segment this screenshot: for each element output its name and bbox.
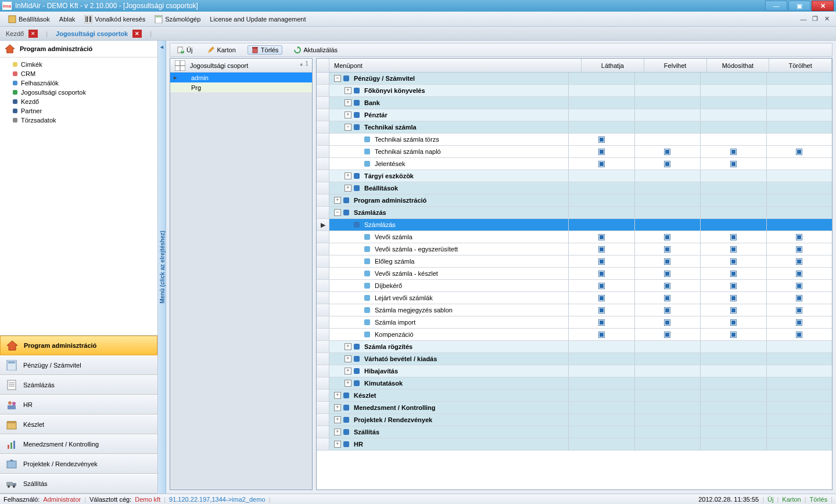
collapse-icon[interactable]: − xyxy=(334,75,341,82)
menu-collapser[interactable]: ◄ Menü (click az elrejtéshez) xyxy=(158,41,166,494)
perm-cell[interactable] xyxy=(569,292,635,304)
rights-row[interactable]: +Pénztár xyxy=(317,109,832,121)
toolbar-delete[interactable]: Törlés xyxy=(247,45,283,55)
rights-row[interactable]: Vevői számla - készlet xyxy=(317,268,832,280)
checkbox-checked-icon[interactable] xyxy=(664,295,670,301)
nav-penzugy[interactable]: Pénzügy / Számvitel xyxy=(0,355,157,375)
rights-row[interactable]: +Program adminisztráció xyxy=(317,195,832,207)
tab-jogosult[interactable]: Jogosultsági csoportok ✕ xyxy=(56,30,142,38)
rights-row[interactable]: Előleg számla xyxy=(317,255,832,268)
perm-cell[interactable] xyxy=(767,85,833,96)
perm-cell[interactable] xyxy=(767,73,833,84)
perm-cell[interactable] xyxy=(635,109,701,121)
perm-cell[interactable] xyxy=(569,255,635,267)
checkbox-checked-icon[interactable] xyxy=(796,307,802,314)
rights-row[interactable]: +Bank xyxy=(317,97,832,109)
checkbox-checked-icon[interactable] xyxy=(598,307,605,314)
expand-icon[interactable]: + xyxy=(334,197,341,204)
perm-cell[interactable] xyxy=(635,304,701,316)
checkbox-checked-icon[interactable] xyxy=(730,234,737,240)
perm-cell[interactable] xyxy=(569,243,635,255)
checkbox-checked-icon[interactable] xyxy=(796,283,802,289)
perm-cell[interactable] xyxy=(767,316,833,328)
perm-cell[interactable] xyxy=(701,255,767,267)
perm-cell[interactable] xyxy=(767,341,833,352)
perm-cell[interactable] xyxy=(569,97,635,109)
checkbox-checked-icon[interactable] xyxy=(796,246,802,253)
perm-cell[interactable] xyxy=(767,231,833,243)
perm-cell[interactable] xyxy=(635,243,701,255)
expand-icon[interactable]: + xyxy=(345,185,351,192)
checkbox-checked-icon[interactable] xyxy=(664,319,670,326)
perm-cell[interactable] xyxy=(767,438,833,450)
checkbox-checked-icon[interactable] xyxy=(730,258,737,265)
rights-row[interactable]: Számla import xyxy=(317,316,832,329)
checkbox-checked-icon[interactable] xyxy=(730,295,737,301)
tree-crm[interactable]: CRM xyxy=(0,69,157,78)
perm-cell[interactable] xyxy=(701,414,767,426)
collapse-icon[interactable]: − xyxy=(334,209,341,216)
toolbar-karton[interactable]: Karton xyxy=(204,46,239,54)
perm-cell[interactable] xyxy=(767,390,833,401)
expand-icon[interactable]: + xyxy=(345,380,351,387)
perm-cell[interactable] xyxy=(767,304,833,316)
perm-cell[interactable] xyxy=(701,353,767,365)
perm-cell[interactable] xyxy=(701,97,767,109)
perm-cell[interactable] xyxy=(767,158,833,170)
checkbox-checked-icon[interactable] xyxy=(664,149,670,155)
perm-cell[interactable] xyxy=(767,329,833,340)
checkbox-checked-icon[interactable] xyxy=(730,246,737,253)
perm-cell[interactable] xyxy=(767,365,833,377)
group-row-prg[interactable]: Prg xyxy=(170,82,312,92)
perm-cell[interactable] xyxy=(767,207,833,218)
perm-cell[interactable] xyxy=(767,243,833,255)
perm-cell[interactable] xyxy=(569,341,635,352)
checkbox-checked-icon[interactable] xyxy=(664,246,670,253)
window-maximize-button[interactable]: ▣ xyxy=(788,1,810,11)
perm-cell[interactable] xyxy=(569,268,635,279)
expand-icon[interactable]: + xyxy=(334,404,341,411)
perm-cell[interactable] xyxy=(569,365,635,377)
perm-cell[interactable] xyxy=(569,329,635,340)
mdi-close-button[interactable]: ✕ xyxy=(822,15,831,23)
perm-cell[interactable] xyxy=(635,268,701,279)
groups-header[interactable]: Jogosultsági csoport ▲ 1 xyxy=(170,59,312,73)
checkbox-checked-icon[interactable] xyxy=(730,283,737,289)
mdi-minimize-button[interactable]: — xyxy=(799,15,808,23)
perm-cell[interactable] xyxy=(635,219,701,231)
perm-cell[interactable] xyxy=(701,377,767,389)
perm-cell[interactable] xyxy=(635,353,701,365)
perm-cell[interactable] xyxy=(635,292,701,304)
perm-cell[interactable] xyxy=(635,316,701,328)
perm-cell[interactable] xyxy=(701,195,767,206)
perm-cell[interactable] xyxy=(635,146,701,157)
perm-cell[interactable] xyxy=(767,353,833,365)
perm-cell[interactable] xyxy=(569,85,635,96)
perm-cell[interactable] xyxy=(767,402,833,413)
menu-calculator[interactable]: Számológép xyxy=(150,13,205,26)
perm-cell[interactable] xyxy=(569,219,635,231)
rights-row[interactable]: +Szállítás xyxy=(317,426,832,438)
perm-cell[interactable] xyxy=(635,97,701,109)
checkbox-checked-icon[interactable] xyxy=(730,319,737,326)
menu-settings[interactable]: Beállítások xyxy=(3,13,55,26)
perm-cell[interactable] xyxy=(701,365,767,377)
perm-cell[interactable] xyxy=(767,219,833,231)
checkbox-checked-icon[interactable] xyxy=(598,258,605,265)
rights-row[interactable]: −Pénzügy / Számvitel xyxy=(317,73,832,85)
rights-row[interactable]: Kompenzáció xyxy=(317,329,832,341)
nav-keszlet[interactable]: Készlet xyxy=(0,415,157,434)
perm-cell[interactable] xyxy=(635,438,701,450)
nav-menedzs[interactable]: Menedzsment / Kontrolling xyxy=(0,434,157,454)
checkbox-checked-icon[interactable] xyxy=(796,319,802,326)
perm-cell[interactable] xyxy=(701,207,767,218)
perm-cell[interactable] xyxy=(635,280,701,291)
nav-szamlazas[interactable]: Számlázás xyxy=(0,375,157,395)
checkbox-checked-icon[interactable] xyxy=(796,234,802,240)
rights-row[interactable]: +Kimutatások xyxy=(317,377,832,390)
perm-cell[interactable] xyxy=(701,158,767,170)
checkbox-checked-icon[interactable] xyxy=(664,234,670,240)
status-new[interactable]: Új xyxy=(767,496,773,503)
tab-kezdo[interactable]: Kezdő ✕ xyxy=(6,30,38,38)
perm-cell[interactable] xyxy=(635,341,701,352)
